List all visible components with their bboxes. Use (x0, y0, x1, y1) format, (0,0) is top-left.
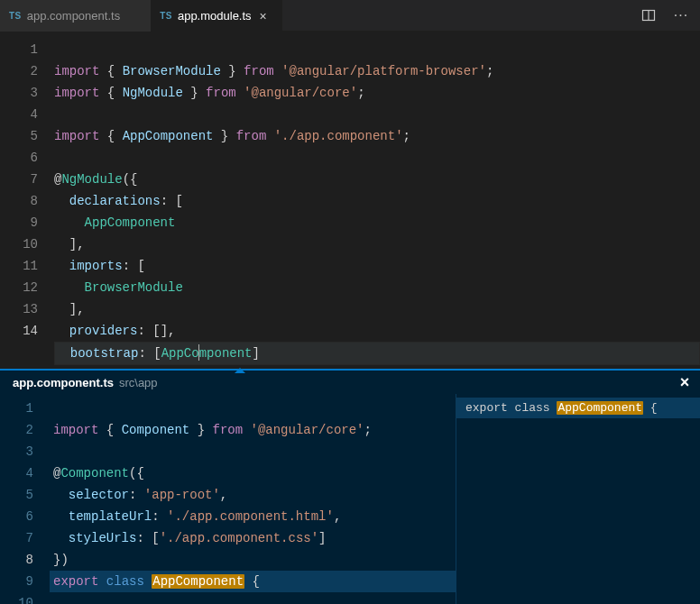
line-gutter: 1 2 3 4 5 6 7 8 9 10 11 12 13 14 (0, 32, 54, 369)
line-number: 4 (0, 104, 38, 125)
line-number: 4 (0, 462, 33, 484)
line-number: 10 (0, 233, 38, 255)
line-number: 3 (0, 441, 33, 462)
line-number: 9 (0, 212, 38, 233)
split-editor-icon[interactable] (639, 5, 659, 25)
line-number: 14 (0, 320, 38, 342)
result-pre: export class (465, 401, 557, 415)
line-number: 7 (0, 527, 33, 549)
line-number: 5 (0, 484, 33, 506)
peek-gutter: 1 2 3 4 5 6 7 8 9 10 11 (0, 394, 50, 604)
tab-label: app.component.ts (27, 9, 120, 23)
line-number: 6 (0, 506, 33, 527)
more-icon[interactable]: ··· (671, 5, 691, 25)
peek-code[interactable]: import { Component } from '@angular/core… (50, 394, 456, 604)
result-match: AppComponent (557, 401, 643, 415)
line-number: 11 (0, 255, 38, 277)
result-post: { (643, 401, 658, 415)
line-number: 6 (0, 147, 38, 169)
peek-header: app.component.ts src\app × (0, 371, 700, 394)
line-number: 5 (0, 125, 38, 147)
editor-main[interactable]: 1 2 3 4 5 6 7 8 9 10 11 12 13 14 import … (0, 32, 700, 369)
ts-icon: TS (160, 11, 172, 21)
peek-view: app.component.ts src\app × 1 2 3 4 5 6 7… (0, 369, 700, 604)
line-number: 2 (0, 419, 33, 441)
line-number: 10 (0, 592, 33, 604)
line-number: 3 (0, 82, 38, 104)
line-number: 2 (0, 60, 38, 82)
peek-results: export class AppComponent { (456, 394, 700, 604)
close-icon[interactable]: × (677, 374, 693, 390)
tab-bar-actions: ··· (639, 0, 700, 31)
line-number: 1 (0, 39, 38, 60)
tab-bar: TS app.component.ts × TS app.module.ts ×… (0, 0, 700, 32)
tab-app-component[interactable]: TS app.component.ts × (0, 0, 151, 32)
line-number: 7 (0, 169, 38, 190)
peek-filename: app.component.ts (13, 376, 114, 389)
line-number: 1 (0, 398, 33, 419)
peek-filepath: src\app (119, 376, 158, 389)
peek-editor[interactable]: 1 2 3 4 5 6 7 8 9 10 11 import { Compone… (0, 394, 456, 604)
line-number: 8 (0, 549, 33, 571)
peek-body: 1 2 3 4 5 6 7 8 9 10 11 import { Compone… (0, 394, 700, 604)
code-area[interactable]: import { BrowserModule } from '@angular/… (54, 32, 700, 369)
tab-label: app.module.ts (178, 9, 252, 23)
line-number: 13 (0, 298, 38, 320)
close-icon[interactable]: × (257, 10, 270, 23)
line-number: 8 (0, 190, 38, 212)
line-number: 12 (0, 277, 38, 298)
tab-app-module[interactable]: TS app.module.ts × (151, 0, 281, 32)
peek-result-item[interactable]: export class AppComponent { (456, 398, 700, 418)
ts-icon: TS (9, 11, 22, 21)
line-number: 9 (0, 571, 33, 592)
